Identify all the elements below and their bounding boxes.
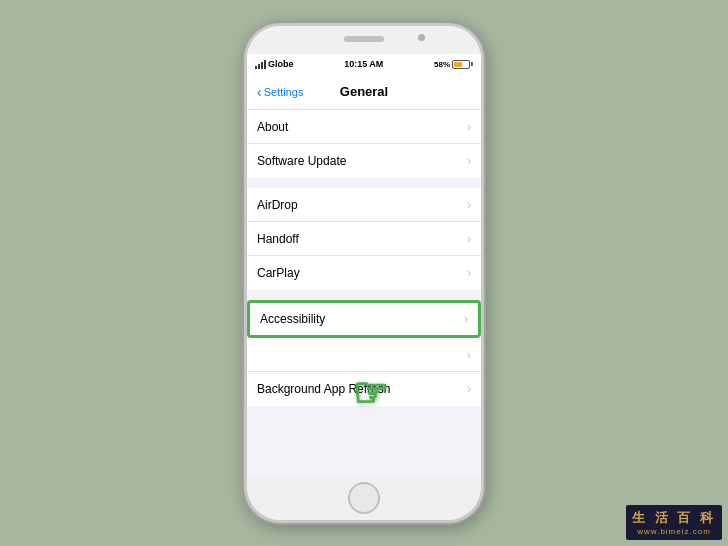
accessibility-row[interactable]: Accessibility › bbox=[247, 300, 481, 338]
about-label: About bbox=[257, 120, 288, 134]
nav-title: General bbox=[340, 84, 388, 99]
watermark-line1: 生 活 百 科 bbox=[632, 509, 716, 527]
software-update-label: Software Update bbox=[257, 154, 346, 168]
settings-group-2: AirDrop › Handoff › CarPlay › bbox=[247, 188, 481, 290]
carplay-row[interactable]: CarPlay › bbox=[247, 256, 481, 290]
iphone-frame: Globe 10:15 AM 58% ‹ Setting bbox=[244, 23, 484, 523]
watermark: 生 活 百 科 www.bimeiz.com bbox=[626, 505, 722, 540]
storage-chevron-icon: › bbox=[467, 348, 471, 362]
accessibility-chevron-icon: › bbox=[464, 312, 468, 326]
signal-icon bbox=[255, 59, 266, 69]
about-chevron-icon: › bbox=[467, 120, 471, 134]
handoff-chevron-icon: › bbox=[467, 232, 471, 246]
carplay-label: CarPlay bbox=[257, 266, 300, 280]
screen: Globe 10:15 AM 58% ‹ Setting bbox=[247, 54, 481, 476]
accessibility-label: Accessibility bbox=[260, 312, 325, 326]
handoff-row[interactable]: Handoff › bbox=[247, 222, 481, 256]
home-button[interactable] bbox=[348, 482, 380, 514]
status-left: Globe bbox=[255, 59, 294, 69]
iphone-bottom bbox=[247, 476, 481, 520]
back-arrow-icon: ‹ bbox=[257, 85, 262, 99]
airdrop-label: AirDrop bbox=[257, 198, 298, 212]
back-button[interactable]: ‹ Settings bbox=[257, 85, 303, 99]
battery-percent-label: 58% bbox=[434, 60, 450, 69]
settings-content: About › Software Update › AirDrop › bbox=[247, 110, 481, 476]
nav-bar: ‹ Settings General bbox=[247, 74, 481, 110]
carrier-label: Globe bbox=[268, 59, 294, 69]
handoff-label: Handoff bbox=[257, 232, 299, 246]
back-label: Settings bbox=[264, 86, 304, 98]
page-wrapper: Globe 10:15 AM 58% ‹ Setting bbox=[0, 0, 728, 546]
cursor-hand-icon: ☞ bbox=[353, 369, 389, 415]
time-label: 10:15 AM bbox=[344, 59, 383, 69]
storage-row[interactable]: › bbox=[247, 338, 481, 372]
watermark-line2: www.bimeiz.com bbox=[632, 527, 716, 536]
status-bar: Globe 10:15 AM 58% bbox=[247, 54, 481, 74]
software-update-chevron-icon: › bbox=[467, 154, 471, 168]
airdrop-row[interactable]: AirDrop › bbox=[247, 188, 481, 222]
speaker bbox=[344, 36, 384, 42]
software-update-row[interactable]: Software Update › bbox=[247, 144, 481, 178]
background-refresh-chevron-icon: › bbox=[467, 382, 471, 396]
about-row[interactable]: About › bbox=[247, 110, 481, 144]
status-right: 58% bbox=[434, 60, 473, 69]
carplay-chevron-icon: › bbox=[467, 266, 471, 280]
iphone-top bbox=[247, 26, 481, 54]
settings-group-1: About › Software Update › bbox=[247, 110, 481, 178]
front-camera bbox=[418, 34, 425, 41]
battery-icon bbox=[452, 60, 473, 69]
airdrop-chevron-icon: › bbox=[467, 198, 471, 212]
